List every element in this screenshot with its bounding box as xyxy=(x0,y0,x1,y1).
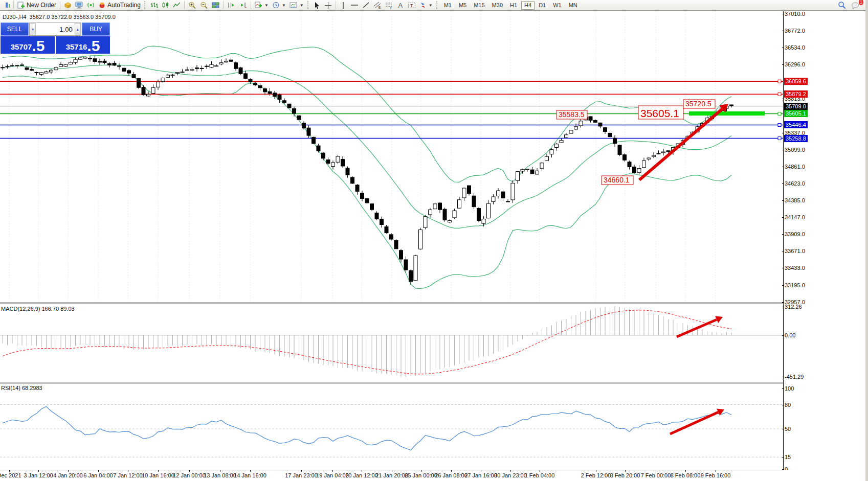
panel-splitter[interactable] xyxy=(0,304,868,304)
price-level-label: 35879.2 xyxy=(784,90,808,98)
panel-splitter[interactable] xyxy=(0,382,868,382)
time-axis[interactable]: Dec 20213 Jan 12:004 Jan 20:006 Jan 04:0… xyxy=(0,470,868,481)
buy-price-int: 35716 xyxy=(66,40,87,54)
new-order-button[interactable]: New Order xyxy=(16,1,58,10)
time-tick-label: Dec 2021 xyxy=(0,472,21,478)
search-button[interactable] xyxy=(836,1,848,10)
autotrading-button[interactable]: AutoTrading xyxy=(97,1,142,10)
search-icon xyxy=(838,1,846,9)
chart-ohlc-readout: 35627.0 35722.0 35563.0 35709.0 xyxy=(30,14,116,20)
time-tick-label: 20 Jan 12:00 xyxy=(345,472,378,478)
price-tick: 36772.0 xyxy=(785,28,805,34)
toolbar-handle[interactable] xyxy=(307,1,310,9)
timeframe-button-d1[interactable]: D1 xyxy=(536,1,549,10)
toolbar-handle[interactable] xyxy=(144,1,147,9)
sell-price[interactable]: 35707.5 xyxy=(1,36,55,54)
timeframe-button-h1[interactable]: H1 xyxy=(507,1,520,10)
macd-indicator-panel[interactable]: MACD(12,26,9) 166.70 89.03 xyxy=(0,304,783,382)
line-chart-button[interactable] xyxy=(171,1,182,10)
vertical-line-tool-button[interactable] xyxy=(338,1,348,10)
text-tool-button[interactable]: A xyxy=(395,1,406,10)
bollinger-bands[interactable] xyxy=(3,46,731,288)
time-tick-mark xyxy=(158,470,159,472)
signals-button[interactable] xyxy=(85,1,96,10)
zoom-out-button[interactable] xyxy=(198,1,210,10)
equidistant-channel-tool-button[interactable]: E xyxy=(372,1,383,10)
indicators-button[interactable]: ▼ xyxy=(253,1,270,10)
trendline-tool-button[interactable] xyxy=(361,1,371,10)
svg-text:34660.1: 34660.1 xyxy=(604,176,630,184)
annotations[interactable]: 35583.535605.135720.534660.1 xyxy=(557,100,765,185)
terminal-button[interactable] xyxy=(74,1,85,10)
svg-text:F: F xyxy=(390,6,392,9)
tile-windows-button[interactable] xyxy=(210,1,221,10)
candlestick-chart-button[interactable] xyxy=(160,1,171,10)
price-tick: 34147.0 xyxy=(785,214,805,220)
rsi-canvas[interactable] xyxy=(0,383,783,470)
crosshair-button[interactable] xyxy=(323,1,333,10)
chart-shift-button[interactable] xyxy=(226,1,237,10)
volume-input[interactable] xyxy=(36,23,74,35)
time-tick-mark xyxy=(510,470,511,472)
rsi-indicator-panel[interactable]: RSI(14) 68.2983 xyxy=(0,383,783,470)
time-tick-label: 2 Feb 12:00 xyxy=(581,472,611,478)
price-level-label: 35446.4 xyxy=(784,121,808,128)
rsi-scale-tick: 50 xyxy=(785,426,791,432)
time-tick-label: 21 Jan 20:00 xyxy=(375,472,408,478)
bar-chart-button[interactable] xyxy=(149,1,160,10)
timeframe-button-m1[interactable]: M1 xyxy=(441,1,455,10)
auto-scroll-button[interactable] xyxy=(237,1,249,10)
charts-icon[interactable] xyxy=(1,1,11,10)
timeframe-button-mn[interactable]: MN xyxy=(566,1,581,10)
sell-button[interactable]: SELL xyxy=(1,22,29,36)
arrows-tool-button[interactable]: ▼ xyxy=(418,1,434,10)
svg-text:T: T xyxy=(410,3,413,8)
candlesticks[interactable] xyxy=(1,56,733,285)
rsi-label: RSI(14) 68.2983 xyxy=(1,385,42,391)
zoom-in-button[interactable] xyxy=(187,1,198,10)
timeframe-button-m5[interactable]: M5 xyxy=(456,1,470,10)
buy-price[interactable]: 35716.5 xyxy=(56,36,110,54)
timeframe-button-m30[interactable]: M30 xyxy=(489,1,506,10)
macd-scale-tick: -451.29 xyxy=(785,374,804,380)
price-tick: 33909.0 xyxy=(785,231,805,237)
panel-splitter[interactable] xyxy=(0,303,868,303)
time-tick-label: 9 Feb 16:00 xyxy=(701,472,731,478)
separator xyxy=(223,1,224,9)
templates-button[interactable]: ▼ xyxy=(288,1,305,10)
timeframe-button-h4[interactable]: H4 xyxy=(521,1,535,10)
panel-splitter[interactable] xyxy=(0,383,868,383)
arrows-tool-icon xyxy=(419,2,427,9)
volume-up-button[interactable]: ▲ xyxy=(75,23,81,35)
timeframe-button-w1[interactable]: W1 xyxy=(550,1,565,10)
text-label-tool-button[interactable]: T xyxy=(406,1,417,10)
fibonacci-tool-button[interactable]: F xyxy=(384,1,395,10)
horizontal-line-tool-button[interactable] xyxy=(349,1,360,10)
time-tick-label: 30 Jan 23:00 xyxy=(494,472,527,478)
buy-button[interactable]: BUY xyxy=(82,22,110,36)
volume-down-button[interactable]: ▼ xyxy=(30,23,36,35)
time-tick-label: 1 Feb 04:00 xyxy=(525,472,555,478)
bar-chart-icon xyxy=(150,2,158,9)
macd-label: MACD(12,26,9) 166.70 89.03 xyxy=(1,306,75,312)
notifications-button[interactable]: 1 xyxy=(850,1,861,10)
auto-scroll-icon xyxy=(239,2,247,9)
price-chart-canvas[interactable]: 35583.535605.135720.534660.1 xyxy=(0,11,783,303)
price-tick: 33195.0 xyxy=(785,282,805,288)
price-chart-panel[interactable]: 35583.535605.135720.534660.1 DJ30-,H4 35… xyxy=(0,11,783,303)
timeframe-button-m15[interactable]: M15 xyxy=(471,1,487,10)
time-tick-label: 7 Jan 12:00 xyxy=(113,472,143,478)
time-tick-label: 13 Jan 08:00 xyxy=(204,472,236,478)
time-tick-mark xyxy=(38,470,39,472)
text-tool-icon: A xyxy=(398,2,403,9)
macd-canvas[interactable] xyxy=(0,304,783,382)
templates-icon xyxy=(290,2,298,9)
expert-advisors-button[interactable] xyxy=(62,1,73,10)
cursor-button[interactable] xyxy=(312,1,322,10)
price-axis[interactable]: 37010.036772.036534.036296.035813.035337… xyxy=(783,11,865,470)
dropdown-caret-icon: ▼ xyxy=(282,3,286,8)
time-tick-mark xyxy=(421,470,421,472)
periods-button[interactable]: ▼ xyxy=(271,1,287,10)
toolbar-handle[interactable] xyxy=(436,1,439,9)
time-tick-label: 19 Jan 04:00 xyxy=(316,472,349,478)
